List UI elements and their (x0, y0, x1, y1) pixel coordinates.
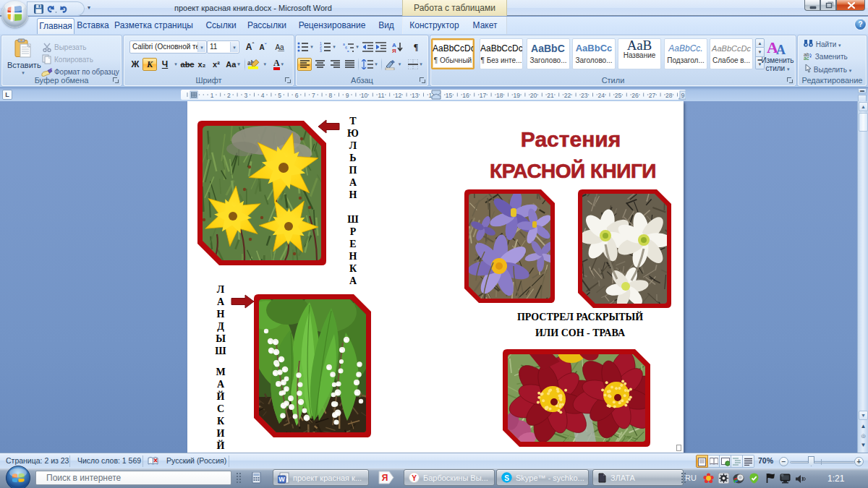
svg-text:5: 5 (278, 92, 281, 99)
svg-text:25: 25 (615, 92, 622, 99)
svg-text:8: 8 (328, 92, 332, 99)
svg-text:18: 18 (496, 92, 503, 99)
svg-text:W: W (278, 476, 285, 483)
svg-text:7: 7 (312, 92, 315, 99)
svg-text:9: 9 (346, 92, 349, 99)
svg-text:20: 20 (530, 92, 537, 99)
svg-text:28: 28 (665, 92, 673, 99)
svg-text:9: 9 (681, 92, 684, 99)
svg-text:Y: Y (412, 474, 417, 482)
svg-text:24: 24 (597, 92, 605, 99)
svg-text:3: 3 (244, 92, 247, 99)
svg-text:10: 10 (361, 92, 368, 99)
svg-text:6: 6 (295, 92, 299, 99)
svg-text:Я: Я (382, 473, 388, 483)
svg-text:A: A (776, 43, 786, 56)
svg-text:1: 1 (210, 92, 214, 99)
svg-text:11: 11 (378, 92, 385, 99)
svg-text:13: 13 (412, 92, 419, 99)
svg-text:16: 16 (462, 92, 469, 99)
svg-text:27: 27 (649, 92, 656, 99)
svg-text:4: 4 (261, 92, 265, 99)
svg-text:ac: ac (804, 56, 809, 60)
svg-text:3: 3 (320, 48, 322, 52)
svg-text:21: 21 (547, 92, 554, 99)
svg-text:2: 2 (227, 92, 231, 99)
svg-text:17: 17 (480, 92, 487, 99)
svg-text:23: 23 (581, 92, 588, 99)
svg-text:19: 19 (513, 92, 520, 99)
svg-text:12: 12 (395, 92, 402, 99)
svg-text:22: 22 (564, 92, 571, 99)
svg-text:15: 15 (446, 92, 453, 99)
svg-text:S: S (504, 474, 509, 482)
svg-text:Я: Я (392, 48, 396, 53)
svg-text:в: в (347, 49, 349, 52)
svg-text:26: 26 (631, 92, 639, 99)
